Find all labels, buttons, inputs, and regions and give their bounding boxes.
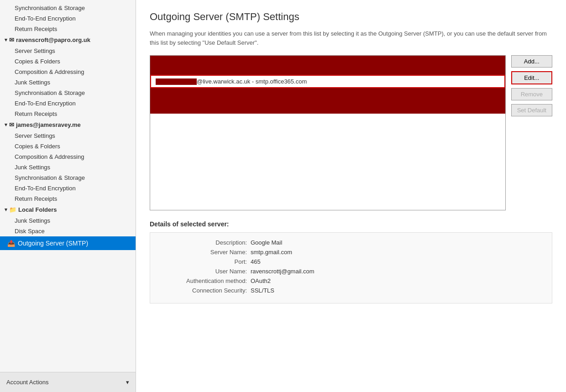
- outgoing-server-icon: 📤: [7, 240, 15, 247]
- edit-server-button[interactable]: Edit...: [511, 71, 552, 84]
- sidebar-item-return-2[interactable]: Return Receipts: [0, 193, 136, 204]
- account-mail-icon: ✉: [9, 37, 14, 43]
- server-list[interactable]: @live.warwick.ac.uk - smtp.office365.com: [150, 55, 506, 210]
- sidebar-item-server-settings-1[interactable]: Server Settings: [0, 46, 136, 56]
- detail-label-server-name: Server Name:: [159, 249, 251, 256]
- details-title: Details of selected server:: [150, 220, 552, 228]
- remove-server-button[interactable]: Remove: [511, 88, 552, 100]
- sidebar-account-ravenscroft[interactable]: ▾ ✉ ravenscroft@papro.org.uk: [0, 34, 136, 46]
- folder-icon: 📁: [9, 206, 16, 213]
- collapse-arrow-icon-2: ▾: [5, 122, 7, 128]
- intro-text: When managing your identities you can us…: [150, 29, 552, 47]
- set-default-server-button[interactable]: Set Default: [511, 104, 552, 116]
- sidebar-item-e2e-top[interactable]: End-To-End Encryption: [0, 13, 136, 24]
- sidebar-local-folders[interactable]: ▾ 📁 Local Folders: [0, 204, 136, 215]
- detail-value-port: 465: [251, 258, 261, 265]
- details-section: Details of selected server: Description:…: [150, 220, 552, 303]
- detail-row-port: Port: 465: [159, 258, 543, 265]
- sidebar-item-return-receipts-top[interactable]: Return Receipts: [0, 24, 136, 34]
- detail-value-server-name: smtp.gmail.com: [251, 249, 292, 256]
- page-title: Outgoing Server (SMTP) Settings: [150, 11, 552, 23]
- sidebar-item-copies-folders-1[interactable]: Copies & Folders: [0, 56, 136, 67]
- account-actions-button[interactable]: Account Actions ▾: [0, 375, 136, 389]
- detail-row-server-name: Server Name: smtp.gmail.com: [159, 249, 543, 256]
- sidebar-item-sync-storage-top[interactable]: Synchronisation & Storage: [0, 3, 136, 13]
- detail-row-description: Description: Google Mail: [159, 239, 543, 246]
- sidebar-item-junk-1[interactable]: Junk Settings: [0, 77, 136, 88]
- sidebar-item-copies-folders-2[interactable]: Copies & Folders: [0, 141, 136, 152]
- add-server-button[interactable]: Add...: [511, 55, 552, 68]
- sidebar-item-return-1[interactable]: Return Receipts: [0, 109, 136, 119]
- sidebar-scroll-area: Synchronisation & Storage End-To-End Enc…: [0, 0, 136, 372]
- detail-label-auth-method: Authentication method:: [159, 277, 251, 284]
- sidebar-item-junk-local[interactable]: Junk Settings: [0, 215, 136, 226]
- sidebar-item-outgoing-smtp[interactable]: 📤 Outgoing Server (SMTP): [0, 236, 136, 250]
- collapse-arrow-icon-local: ▾: [5, 207, 7, 213]
- detail-value-connection-security: SSL/TLS: [251, 287, 274, 294]
- redacted-prefix: [156, 78, 197, 85]
- details-box: Description: Google Mail Server Name: sm…: [150, 232, 552, 303]
- collapse-arrow-icon: ▾: [5, 37, 7, 43]
- detail-row-user-name: User Name: ravenscrottj@gmail.com: [159, 268, 543, 275]
- sidebar-item-sync-1[interactable]: Synchronisation & Storage: [0, 88, 136, 98]
- detail-label-port: Port:: [159, 258, 251, 265]
- sidebar-item-disk-space[interactable]: Disk Space: [0, 226, 136, 236]
- sidebar-account-james[interactable]: ▾ ✉ james@jamesravey.me: [0, 119, 136, 131]
- detail-value-description: Google Mail: [251, 239, 282, 246]
- detail-value-user-name: ravenscrottj@gmail.com: [251, 268, 314, 275]
- detail-row-auth-method: Authentication method: OAuth2: [159, 277, 543, 284]
- sidebar-item-composition-1[interactable]: Composition & Addressing: [0, 67, 136, 77]
- server-action-buttons: Add... Edit... Remove Set Default: [511, 55, 552, 116]
- server-panel: @live.warwick.ac.uk - smtp.office365.com…: [150, 55, 552, 210]
- detail-row-connection-security: Connection Security: SSL/TLS: [159, 287, 543, 294]
- detail-label-description: Description:: [159, 239, 251, 246]
- sidebar-item-sync-2[interactable]: Synchronisation & Storage: [0, 172, 136, 183]
- warwick-server-text: @live.warwick.ac.uk - smtp.office365.com: [197, 78, 307, 85]
- sidebar-item-e2e-1[interactable]: End-To-End Encryption: [0, 98, 136, 109]
- detail-label-user-name: User Name:: [159, 268, 251, 275]
- detail-label-connection-security: Connection Security:: [159, 287, 251, 294]
- sidebar-item-composition-2[interactable]: Composition & Addressing: [0, 152, 136, 162]
- server-list-item-3[interactable]: [150, 88, 505, 114]
- detail-value-auth-method: OAuth2: [251, 277, 271, 284]
- sidebar-item-e2e-2[interactable]: End-To-End Encryption: [0, 183, 136, 193]
- dropdown-arrow-icon: ▾: [126, 379, 129, 386]
- server-list-item-1[interactable]: [150, 56, 505, 75]
- sidebar-bottom: Account Actions ▾: [0, 372, 136, 392]
- server-list-item-2[interactable]: @live.warwick.ac.uk - smtp.office365.com: [150, 75, 505, 88]
- account-mail-icon-2: ✉: [9, 121, 14, 128]
- sidebar-item-junk-2[interactable]: Junk Settings: [0, 162, 136, 172]
- sidebar-item-server-settings-2[interactable]: Server Settings: [0, 131, 136, 141]
- sidebar: Synchronisation & Storage End-To-End Enc…: [0, 0, 136, 392]
- main-content: Outgoing Server (SMTP) Settings When man…: [136, 0, 566, 392]
